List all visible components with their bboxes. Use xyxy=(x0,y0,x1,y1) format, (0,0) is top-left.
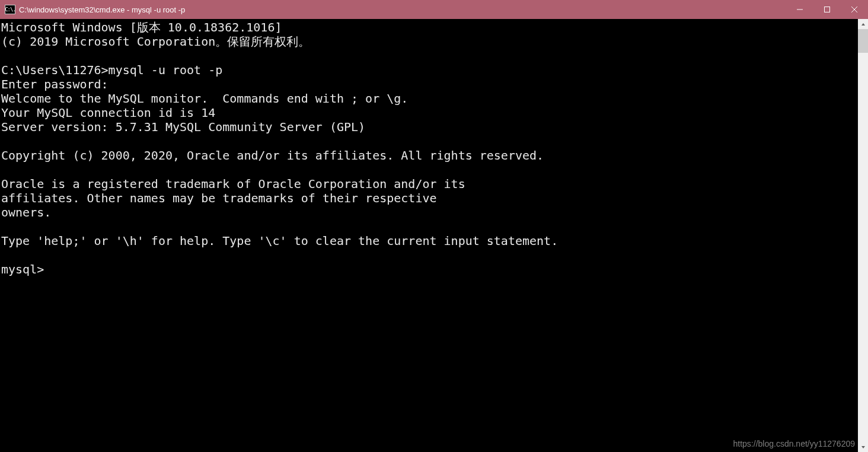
window-titlebar: C:\. C:\windows\system32\cmd.exe - mysql… xyxy=(0,0,868,19)
scroll-down-arrow-icon[interactable] xyxy=(858,442,868,452)
scroll-thumb[interactable] xyxy=(858,29,868,53)
terminal-wrapper: Microsoft Windows [版本 10.0.18362.1016] (… xyxy=(0,19,868,452)
minimize-button[interactable] xyxy=(786,0,813,19)
svg-marker-5 xyxy=(861,446,865,448)
terminal-output[interactable]: Microsoft Windows [版本 10.0.18362.1016] (… xyxy=(0,19,858,452)
vertical-scrollbar[interactable] xyxy=(858,19,868,452)
close-button[interactable] xyxy=(841,0,868,19)
scroll-up-arrow-icon[interactable] xyxy=(858,19,868,29)
watermark-text: https://blog.csdn.net/yy11276209 xyxy=(733,439,855,448)
scroll-track[interactable] xyxy=(858,29,868,442)
window-title: C:\windows\system32\cmd.exe - mysql -u r… xyxy=(19,5,786,14)
svg-rect-1 xyxy=(825,7,830,12)
window-controls xyxy=(786,0,868,19)
minimize-icon xyxy=(797,7,803,12)
close-icon xyxy=(851,7,857,12)
maximize-button[interactable] xyxy=(813,0,841,19)
cmd-icon: C:\. xyxy=(5,5,15,14)
svg-marker-4 xyxy=(861,23,865,26)
maximize-icon xyxy=(824,7,830,12)
